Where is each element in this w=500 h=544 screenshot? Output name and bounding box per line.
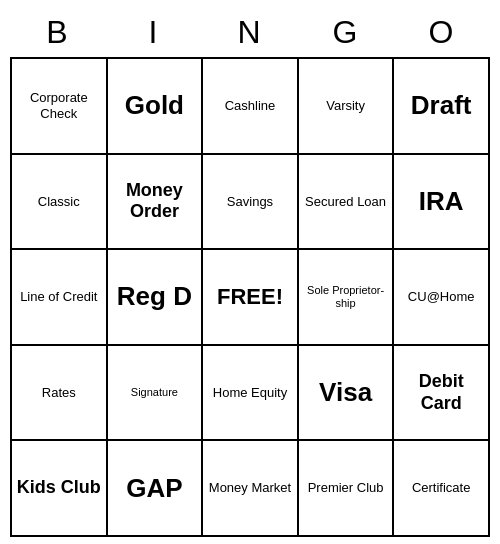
bingo-cell: Reg D bbox=[108, 250, 204, 346]
bingo-cell: Signature bbox=[108, 346, 204, 442]
bingo-cell: Corporate Check bbox=[12, 59, 108, 155]
bingo-cell: Gold bbox=[108, 59, 204, 155]
bingo-cell: IRA bbox=[394, 155, 490, 251]
bingo-cell: GAP bbox=[108, 441, 204, 537]
bingo-header: BINGO bbox=[10, 7, 490, 57]
bingo-cell: Money Order bbox=[108, 155, 204, 251]
bingo-cell: Kids Club bbox=[12, 441, 108, 537]
bingo-cell: Line of Credit bbox=[12, 250, 108, 346]
bingo-cell: Premier Club bbox=[299, 441, 395, 537]
bingo-cell: Home Equity bbox=[203, 346, 299, 442]
bingo-grid: Corporate CheckGoldCashlineVarsityDraftC… bbox=[10, 57, 490, 537]
bingo-cell: CU@Home bbox=[394, 250, 490, 346]
bingo-cell: Classic bbox=[12, 155, 108, 251]
bingo-cell: Money Market bbox=[203, 441, 299, 537]
header-letter: N bbox=[202, 7, 298, 57]
bingo-cell: FREE! bbox=[203, 250, 299, 346]
header-letter: O bbox=[394, 7, 490, 57]
header-letter: B bbox=[10, 7, 106, 57]
header-letter: G bbox=[298, 7, 394, 57]
bingo-cell: Certificate bbox=[394, 441, 490, 537]
bingo-cell: Sole Proprietor-ship bbox=[299, 250, 395, 346]
bingo-cell: Visa bbox=[299, 346, 395, 442]
bingo-cell: Secured Loan bbox=[299, 155, 395, 251]
bingo-cell: Savings bbox=[203, 155, 299, 251]
bingo-cell: Cashline bbox=[203, 59, 299, 155]
bingo-cell: Debit Card bbox=[394, 346, 490, 442]
bingo-cell: Draft bbox=[394, 59, 490, 155]
bingo-cell: Rates bbox=[12, 346, 108, 442]
bingo-cell: Varsity bbox=[299, 59, 395, 155]
header-letter: I bbox=[106, 7, 202, 57]
bingo-card: BINGO Corporate CheckGoldCashlineVarsity… bbox=[10, 7, 490, 537]
